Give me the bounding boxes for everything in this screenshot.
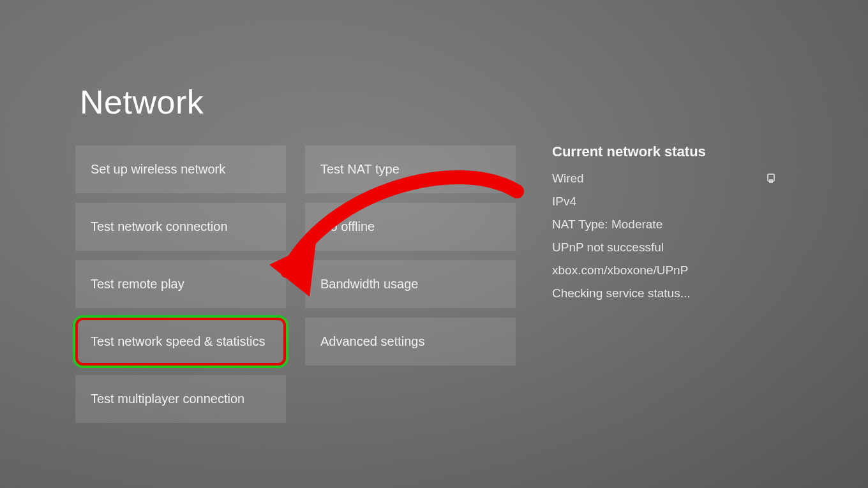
status-label: NAT Type: Moderate [552, 218, 662, 232]
network-status-panel: Current network status WiredIPv4NAT Type… [552, 144, 775, 309]
tile-test-remote-play[interactable]: Test remote play [75, 260, 286, 308]
status-row: UPnP not successful [552, 240, 775, 255]
tile-test-nat[interactable]: Test NAT type [305, 145, 516, 193]
settings-grid: Set up wireless networkTest network conn… [75, 145, 516, 423]
tile-test-multiplayer[interactable]: Test multiplayer connection [75, 375, 286, 423]
status-row: xbox.com/xboxone/UPnP [552, 263, 775, 277]
tile-bandwidth[interactable]: Bandwidth usage [305, 260, 516, 308]
tile-label: Test multiplayer connection [91, 392, 244, 406]
tile-label: Test network connection [91, 219, 228, 233]
ethernet-icon [767, 173, 775, 184]
tile-setup-wireless[interactable]: Set up wireless network [75, 145, 286, 193]
status-label: Wired [552, 172, 584, 186]
status-row: Wired [552, 172, 775, 186]
tile-label: Test remote play [91, 277, 184, 291]
status-row: Checking service status... [552, 286, 775, 300]
page-title: Network [80, 83, 204, 121]
status-heading: Current network status [552, 144, 775, 160]
status-label: xbox.com/xboxone/UPnP [552, 263, 688, 277]
status-row: NAT Type: Moderate [552, 218, 775, 232]
status-label: IPv4 [552, 195, 576, 209]
settings-column-left: Set up wireless networkTest network conn… [75, 145, 286, 423]
tile-label: Test NAT type [320, 162, 400, 176]
status-label: UPnP not successful [552, 240, 664, 255]
tile-go-offline[interactable]: Go offline [305, 203, 516, 251]
tile-advanced[interactable]: Advanced settings [305, 318, 516, 366]
tile-label: Go offline [320, 219, 375, 233]
tile-label: Test network speed & statistics [91, 334, 265, 348]
status-label: Checking service status... [552, 286, 690, 300]
tile-label: Bandwidth usage [320, 277, 418, 291]
tile-test-speed[interactable]: Test network speed & statistics [75, 318, 286, 366]
tile-test-connection[interactable]: Test network connection [75, 203, 286, 251]
tile-label: Advanced settings [320, 334, 424, 348]
settings-column-right: Test NAT typeGo offlineBandwidth usageAd… [305, 145, 516, 423]
status-row: IPv4 [552, 195, 775, 209]
tile-label: Set up wireless network [91, 162, 225, 176]
